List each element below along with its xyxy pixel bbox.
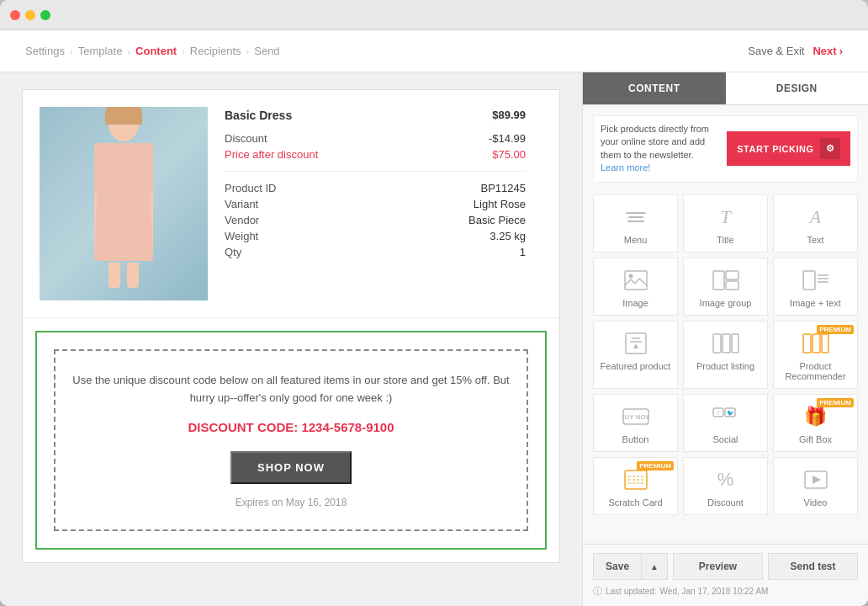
- svg-rect-16: [803, 334, 811, 353]
- block-gift-box[interactable]: PREMIUM 🎁 Gift Box: [773, 394, 858, 452]
- block-menu[interactable]: Menu: [593, 194, 678, 252]
- next-button[interactable]: Next ›: [812, 45, 843, 57]
- product-title: Basic Dress: [225, 109, 292, 122]
- block-featured-product[interactable]: Featured product: [593, 321, 678, 389]
- email-canvas: Basic Dress $89.99 Discount -$14.99 Pric…: [22, 89, 560, 563]
- svg-rect-13: [713, 334, 721, 353]
- footer-buttons: Save ▲ Preview Send test: [593, 553, 858, 580]
- block-image[interactable]: Image: [593, 258, 678, 316]
- svg-rect-25: [625, 470, 647, 489]
- nav-actions: Save & Exit Next ›: [748, 45, 843, 57]
- svg-rect-0: [625, 271, 647, 290]
- tab-content[interactable]: CONTENT: [583, 72, 726, 104]
- product-details: Basic Dress $89.99 Discount -$14.99 Pric…: [208, 107, 542, 300]
- svg-rect-4: [726, 281, 738, 290]
- block-menu-label: Menu: [624, 235, 648, 245]
- maximize-button[interactable]: [40, 10, 50, 20]
- block-gift-box-label: Gift Box: [799, 434, 832, 444]
- product-price: $89.99: [492, 109, 526, 124]
- social-icon: f 🐦: [712, 403, 739, 430]
- title-bar: [0, 0, 868, 30]
- svg-rect-18: [822, 334, 828, 353]
- product-figure: [77, 120, 170, 288]
- svg-text:🐦: 🐦: [726, 409, 733, 417]
- panel-body: Pick products directly from your online …: [583, 105, 868, 544]
- preview-button[interactable]: Preview: [673, 553, 763, 580]
- block-text-label: Text: [807, 235, 823, 245]
- coupon-inner: Use the unique discount code below on al…: [54, 349, 528, 531]
- block-button[interactable]: BUY NOW Button: [593, 394, 678, 452]
- save-dropdown-button[interactable]: ▲: [642, 553, 668, 580]
- right-panel: CONTENT DESIGN Pick products directly fr…: [582, 72, 868, 606]
- block-image-group[interactable]: Image group: [683, 258, 768, 316]
- breadcrumb-sep-2: ›: [127, 46, 130, 56]
- block-product-listing[interactable]: Product listing: [683, 321, 768, 389]
- product-qty-row: Qty 1: [225, 244, 526, 260]
- minimize-button[interactable]: [25, 10, 35, 20]
- svg-text:f: f: [717, 410, 719, 416]
- shop-now-button[interactable]: SHOP NOW: [230, 451, 352, 484]
- breadcrumb-settings[interactable]: Settings: [25, 45, 65, 57]
- svg-point-1: [628, 274, 632, 278]
- discount-icon: %: [717, 466, 734, 493]
- svg-rect-2: [713, 271, 724, 290]
- gear-icon: ⚙: [820, 138, 841, 159]
- coupon-code: DISCOUNT CODE: 1234-5678-9100: [72, 420, 510, 434]
- tab-design[interactable]: DESIGN: [726, 72, 869, 104]
- coupon-expiry: Expires on May 16, 2018: [72, 497, 510, 508]
- svg-rect-3: [726, 271, 738, 279]
- block-video[interactable]: Video: [773, 457, 858, 515]
- block-featured-product-label: Featured product: [601, 361, 671, 371]
- product-section: Basic Dress $89.99 Discount -$14.99 Pric…: [23, 90, 559, 318]
- block-scratch-card-label: Scratch Card: [608, 497, 662, 508]
- product-vendor-row: Vendor Basic Piece: [225, 212, 526, 228]
- product-id-row: Product ID BP11245: [225, 180, 526, 196]
- next-chevron-icon: ›: [839, 45, 843, 57]
- coupon-text: Use the unique discount code below on al…: [72, 372, 510, 407]
- save-button[interactable]: Save: [593, 553, 642, 580]
- svg-rect-17: [812, 334, 820, 353]
- block-title-label: Title: [717, 235, 733, 245]
- coupon-section: Use the unique discount code below on al…: [35, 331, 547, 550]
- block-social[interactable]: f 🐦 Social: [683, 394, 768, 452]
- send-test-button[interactable]: Send test: [768, 553, 858, 580]
- svg-marker-30: [812, 476, 821, 484]
- main-content: Basic Dress $89.99 Discount -$14.99 Pric…: [0, 72, 868, 606]
- breadcrumb-template[interactable]: Template: [78, 45, 123, 57]
- panel-tabs: CONTENT DESIGN: [583, 72, 868, 105]
- block-image-text[interactable]: Image + text: [773, 258, 858, 316]
- product-listing-icon: [712, 330, 739, 357]
- blocks-grid: Menu T Title A Text: [593, 194, 858, 515]
- panel-footer: Save ▲ Preview Send test ⓘ Last updated:…: [583, 544, 868, 606]
- product-weight-row: Weight 3.25 kg: [225, 228, 526, 244]
- video-icon: [804, 466, 828, 493]
- breadcrumb-recipients[interactable]: Recipients: [190, 45, 241, 57]
- premium-badge: PREMIUM: [817, 325, 854, 334]
- block-discount-label: Discount: [707, 497, 744, 508]
- block-image-label: Image: [622, 298, 648, 308]
- svg-rect-15: [732, 334, 738, 353]
- text-icon: A: [810, 204, 821, 231]
- breadcrumb-content[interactable]: Content: [135, 45, 177, 57]
- block-product-recommender-label: Product Recommender: [778, 361, 853, 381]
- svg-rect-14: [722, 334, 730, 353]
- block-product-recommender[interactable]: PREMIUM Product Recommender: [773, 321, 858, 389]
- breadcrumb-send[interactable]: Send: [254, 45, 279, 57]
- breadcrumb: Settings › Template › Content › Recipien…: [25, 45, 280, 57]
- pick-products-bar: Pick products directly from your online …: [593, 115, 858, 183]
- image-text-icon: [802, 267, 829, 294]
- svg-marker-12: [633, 343, 638, 348]
- save-exit-button[interactable]: Save & Exit: [748, 45, 804, 57]
- menu-icon: [626, 204, 646, 231]
- block-scratch-card[interactable]: PREMIUM Scratch Card: [593, 457, 678, 515]
- learn-more-link[interactable]: Learn more!: [601, 162, 650, 173]
- block-discount[interactable]: % Discount: [683, 457, 768, 515]
- close-button[interactable]: [10, 10, 20, 20]
- editor-area[interactable]: Basic Dress $89.99 Discount -$14.99 Pric…: [0, 72, 582, 606]
- app-window: Settings › Template › Content › Recipien…: [0, 0, 868, 606]
- block-title[interactable]: T Title: [683, 194, 768, 252]
- block-text[interactable]: A Text: [773, 194, 858, 252]
- product-discount-row: Discount -$14.99: [225, 130, 526, 146]
- product-image: [40, 107, 208, 300]
- start-picking-button[interactable]: START PICKING ⚙: [727, 131, 850, 166]
